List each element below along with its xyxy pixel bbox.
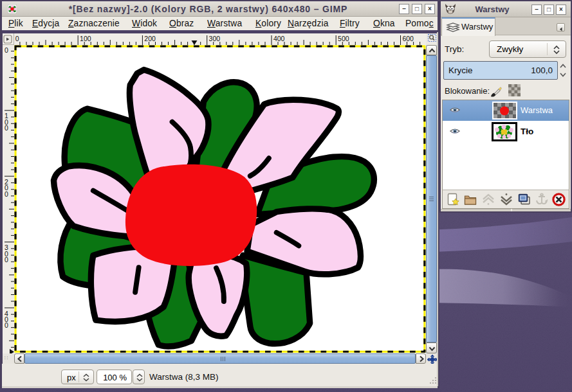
svg-text:600: 600 bbox=[402, 35, 414, 42]
svg-text:0: 0 bbox=[5, 124, 8, 132]
svg-text:300: 300 bbox=[209, 35, 221, 42]
svg-text:0: 0 bbox=[15, 35, 19, 42]
svg-text:400: 400 bbox=[273, 35, 285, 42]
svg-text:0: 0 bbox=[5, 190, 8, 198]
svg-text:0: 0 bbox=[5, 256, 8, 263]
svg-text:0: 0 bbox=[5, 321, 8, 329]
svg-text:0: 0 bbox=[5, 46, 8, 54]
svg-text:100: 100 bbox=[80, 35, 91, 42]
svg-text:500: 500 bbox=[338, 35, 349, 42]
svg-text:200: 200 bbox=[144, 35, 156, 42]
